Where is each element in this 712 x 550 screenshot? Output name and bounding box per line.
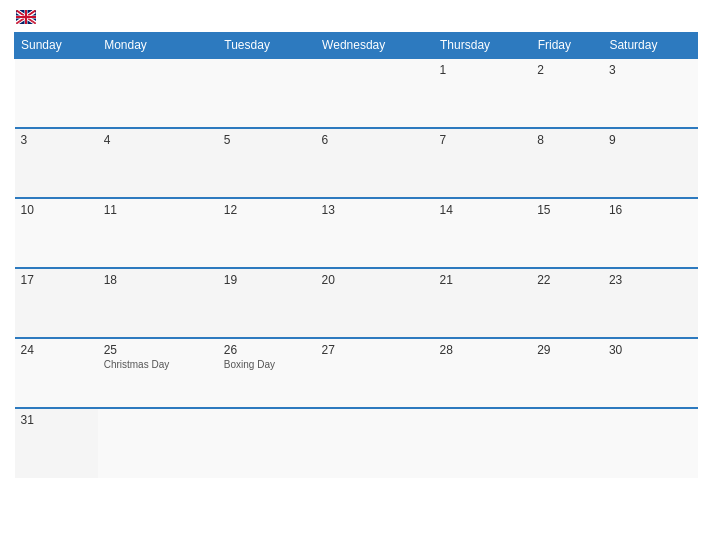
holiday-label: Christmas Day (104, 359, 212, 370)
day-number: 15 (537, 203, 597, 217)
day-number: 26 (224, 343, 310, 357)
calendar-cell: 20 (316, 268, 434, 338)
calendar-cell: 12 (218, 198, 316, 268)
calendar-cell: 17 (15, 268, 98, 338)
calendar-week-row: 2425Christmas Day26Boxing Day27282930 (15, 338, 698, 408)
calendar-cell: 5 (218, 128, 316, 198)
calendar-cell: 11 (98, 198, 218, 268)
calendar-cell (15, 58, 98, 128)
day-number: 7 (440, 133, 526, 147)
day-number: 30 (609, 343, 692, 357)
calendar-cell: 18 (98, 268, 218, 338)
day-number: 8 (537, 133, 597, 147)
calendar-cell: 24 (15, 338, 98, 408)
calendar-cell (218, 408, 316, 478)
calendar-cell: 2 (531, 58, 603, 128)
day-number: 14 (440, 203, 526, 217)
day-number: 31 (21, 413, 92, 427)
calendar-cell: 31 (15, 408, 98, 478)
calendar-header (14, 10, 698, 24)
calendar-cell: 14 (434, 198, 532, 268)
calendar-cell: 10 (15, 198, 98, 268)
calendar-cell: 30 (603, 338, 698, 408)
calendar-week-row: 17181920212223 (15, 268, 698, 338)
calendar-cell: 16 (603, 198, 698, 268)
calendar-cell: 9 (603, 128, 698, 198)
day-number: 12 (224, 203, 310, 217)
day-number: 28 (440, 343, 526, 357)
day-number: 24 (21, 343, 92, 357)
day-number: 3 (609, 63, 692, 77)
calendar-cell: 1 (434, 58, 532, 128)
day-number: 3 (21, 133, 92, 147)
calendar-cell (316, 58, 434, 128)
calendar-cell: 26Boxing Day (218, 338, 316, 408)
calendar-cell: 22 (531, 268, 603, 338)
column-header-friday: Friday (531, 33, 603, 59)
calendar-wrapper: SundayMondayTuesdayWednesdayThursdayFrid… (0, 0, 712, 550)
day-number: 23 (609, 273, 692, 287)
calendar-cell: 13 (316, 198, 434, 268)
day-number: 4 (104, 133, 212, 147)
day-number: 16 (609, 203, 692, 217)
column-header-sunday: Sunday (15, 33, 98, 59)
calendar-cell: 15 (531, 198, 603, 268)
day-number: 6 (322, 133, 428, 147)
day-number: 1 (440, 63, 526, 77)
day-number: 17 (21, 273, 92, 287)
calendar-cell: 21 (434, 268, 532, 338)
day-number: 11 (104, 203, 212, 217)
calendar-cell: 8 (531, 128, 603, 198)
calendar-cell: 7 (434, 128, 532, 198)
day-number: 22 (537, 273, 597, 287)
column-header-tuesday: Tuesday (218, 33, 316, 59)
svg-rect-12 (16, 16, 36, 18)
day-number: 27 (322, 343, 428, 357)
calendar-cell: 4 (98, 128, 218, 198)
calendar-cell: 25Christmas Day (98, 338, 218, 408)
calendar-header-row: SundayMondayTuesdayWednesdayThursdayFrid… (15, 33, 698, 59)
calendar-cell: 3 (603, 58, 698, 128)
calendar-cell: 23 (603, 268, 698, 338)
calendar-week-row: 10111213141516 (15, 198, 698, 268)
logo (14, 10, 36, 24)
column-header-wednesday: Wednesday (316, 33, 434, 59)
day-number: 20 (322, 273, 428, 287)
calendar-cell (531, 408, 603, 478)
calendar-cell (434, 408, 532, 478)
calendar-cell: 28 (434, 338, 532, 408)
day-number: 13 (322, 203, 428, 217)
column-header-thursday: Thursday (434, 33, 532, 59)
logo-flag-icon (16, 10, 36, 24)
calendar-cell: 29 (531, 338, 603, 408)
calendar-cell (603, 408, 698, 478)
day-number: 10 (21, 203, 92, 217)
calendar-cell (98, 408, 218, 478)
holiday-label: Boxing Day (224, 359, 310, 370)
day-number: 18 (104, 273, 212, 287)
calendar-cell (316, 408, 434, 478)
calendar-cell (98, 58, 218, 128)
column-header-saturday: Saturday (603, 33, 698, 59)
calendar-cell (218, 58, 316, 128)
calendar-week-row: 31 (15, 408, 698, 478)
column-header-monday: Monday (98, 33, 218, 59)
day-number: 2 (537, 63, 597, 77)
calendar-cell: 19 (218, 268, 316, 338)
calendar-cell: 27 (316, 338, 434, 408)
day-number: 25 (104, 343, 212, 357)
day-number: 9 (609, 133, 692, 147)
day-number: 5 (224, 133, 310, 147)
calendar-table: SundayMondayTuesdayWednesdayThursdayFrid… (14, 32, 698, 478)
day-number: 19 (224, 273, 310, 287)
day-number: 21 (440, 273, 526, 287)
day-number: 29 (537, 343, 597, 357)
calendar-week-row: 123 (15, 58, 698, 128)
calendar-cell: 6 (316, 128, 434, 198)
calendar-week-row: 3456789 (15, 128, 698, 198)
calendar-cell: 3 (15, 128, 98, 198)
